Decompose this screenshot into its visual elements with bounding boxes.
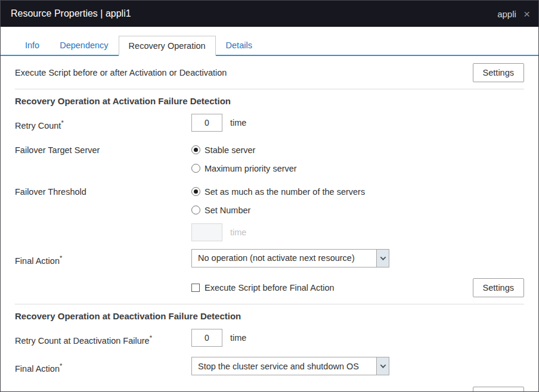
- select-value: Stop the cluster service and shutdown OS: [192, 357, 376, 375]
- activation-settings-button[interactable]: Settings: [473, 278, 524, 297]
- exec-script-row: Execute Script before or after Activatio…: [15, 61, 524, 84]
- required-asterisk: *: [60, 254, 62, 262]
- deactivation-retry-count-input[interactable]: [191, 329, 222, 347]
- radio-stable-server[interactable]: Stable server: [191, 142, 297, 158]
- radio-label: Set as much as the number of the servers: [205, 187, 365, 197]
- chevron-down-icon: [380, 363, 386, 369]
- retry-count-input[interactable]: [191, 114, 222, 132]
- tab-bar: Info Dependency Recovery Operation Detai…: [1, 27, 538, 56]
- deactivation-final-action-select[interactable]: Stop the cluster service and shutdown OS: [191, 357, 389, 375]
- select-value: No operation (not activate next resource…: [192, 250, 376, 267]
- required-asterisk: *: [60, 362, 62, 369]
- retry-count-row: Retry Count* time: [15, 114, 524, 135]
- deactivation-retry-count-row: Retry Count at Deactivation Failure* tim…: [15, 329, 524, 350]
- radio-label: Stable server: [205, 145, 255, 155]
- tab-recovery-operation[interactable]: Recovery Operation: [119, 36, 216, 56]
- checkbox-icon: [191, 284, 200, 292]
- select-arrow[interactable]: [376, 250, 389, 267]
- activation-final-action-row: Final Action* No operation (not activate…: [15, 249, 524, 270]
- failover-target-label: Failover Target Server: [15, 142, 191, 158]
- radio-icon: [191, 187, 200, 196]
- deactivation-retry-count-label: Retry Count at Deactivation Failure*: [15, 329, 191, 350]
- failover-threshold-row: Failover Threshold Set as much as the nu…: [15, 184, 524, 241]
- titlebar-app-label: appli: [497, 9, 516, 19]
- tab-panel-recovery-operation: Execute Script before or after Activatio…: [1, 56, 538, 392]
- chevron-down-icon: [380, 254, 386, 260]
- radio-label: Set Number: [205, 206, 250, 215]
- required-asterisk: *: [61, 119, 63, 126]
- radio-label: Maximum priority server: [205, 164, 297, 173]
- deactivation-final-action-row: Final Action* Stop the cluster service a…: [15, 357, 524, 378]
- deactivation-settings-button[interactable]: Settings: [473, 387, 524, 392]
- radio-icon: [191, 164, 200, 173]
- tab-dependency[interactable]: Dependency: [49, 35, 118, 55]
- activation-final-action-label: Final Action*: [15, 249, 191, 270]
- threshold-number-input: [191, 223, 222, 241]
- deactivation-retry-count-unit: time: [230, 333, 246, 343]
- retry-count-label: Retry Count*: [15, 114, 191, 135]
- failover-threshold-label: Failover Threshold: [15, 184, 191, 200]
- radio-set-number[interactable]: Set Number: [191, 203, 365, 218]
- exec-script-label: Execute Script before or after Activatio…: [15, 68, 227, 77]
- select-arrow[interactable]: [376, 357, 389, 375]
- deactivation-final-action-label: Final Action*: [15, 357, 191, 378]
- radio-set-as-servers[interactable]: Set as much as the number of the servers: [191, 184, 365, 200]
- activation-final-action-select[interactable]: No operation (not activate next resource…: [191, 249, 389, 267]
- resource-properties-dialog: Resource Properties | appli1 appli × Inf…: [0, 0, 539, 392]
- threshold-unit: time: [230, 228, 246, 237]
- exec-script-settings-button[interactable]: Settings: [473, 63, 524, 82]
- separator: [15, 304, 524, 304]
- separator: [15, 89, 524, 89]
- activation-exec-script-checkbox[interactable]: Execute Script before Final Action: [191, 283, 334, 293]
- deactivation-exec-script-row: Execute Script before Final Action Setti…: [15, 385, 524, 392]
- failover-target-row: Failover Target Server Stable server Max…: [15, 142, 524, 176]
- activation-exec-script-row: Execute Script before Final Action Setti…: [15, 278, 524, 298]
- retry-count-unit: time: [230, 118, 246, 127]
- radio-maximum-priority-server[interactable]: Maximum priority server: [191, 161, 297, 176]
- close-icon[interactable]: ×: [523, 8, 530, 20]
- tab-info[interactable]: Info: [15, 35, 49, 55]
- deactivation-section-title: Recovery Operation at Deactivation Failu…: [15, 311, 524, 321]
- titlebar: Resource Properties | appli1 appli ×: [1, 1, 538, 27]
- activation-section-title: Recovery Operation at Activation Failure…: [15, 96, 524, 106]
- radio-icon: [191, 206, 200, 214]
- dialog-title: Resource Properties | appli1: [11, 8, 131, 19]
- tab-details[interactable]: Details: [216, 35, 262, 55]
- checkbox-label: Execute Script before Final Action: [205, 283, 334, 293]
- required-asterisk: *: [150, 334, 152, 341]
- radio-icon: [191, 145, 200, 154]
